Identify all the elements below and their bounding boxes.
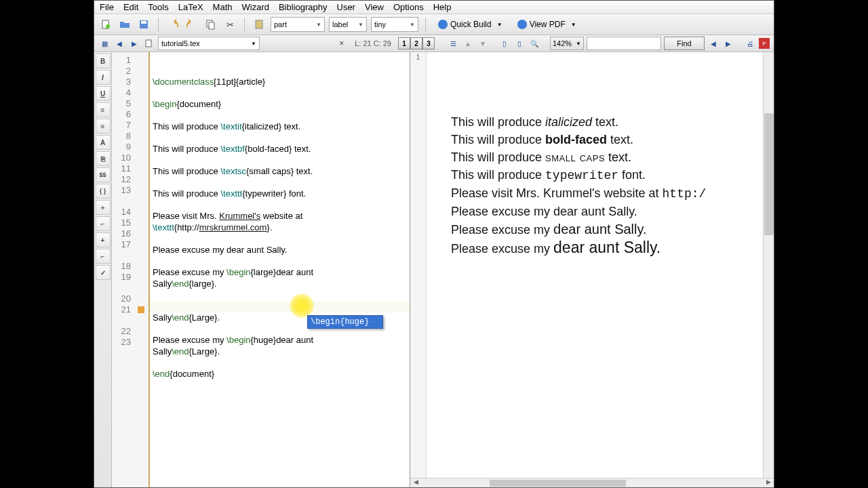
line-marker-icon — [138, 306, 144, 313]
save-button[interactable] — [136, 17, 151, 32]
menu-file[interactable]: File — [100, 2, 114, 12]
nav-prev-button[interactable]: ◀ — [113, 37, 125, 49]
menu-options[interactable]: Options — [393, 2, 424, 12]
view-pdf-button[interactable]: View PDF▼ — [512, 17, 582, 32]
find-input[interactable] — [587, 37, 661, 50]
view-mode-2[interactable]: 2 — [410, 37, 422, 49]
nav-next-button[interactable]: ▶ — [128, 37, 140, 49]
check-button[interactable]: ✓ — [96, 265, 111, 280]
scrollbar-thumb[interactable] — [764, 113, 774, 235]
view-mode-1[interactable]: 1 — [398, 37, 410, 49]
cut-button[interactable]: ✂ — [222, 17, 237, 32]
vertical-scrollbar[interactable] — [763, 52, 774, 487]
underline-button[interactable]: U — [96, 86, 111, 101]
bold-button[interactable]: B — [96, 54, 111, 68]
code-editor[interactable]: 1234 5678 9101112 131415 161718 1920 21 … — [112, 52, 410, 487]
open-file-button[interactable] — [117, 17, 132, 32]
menu-view[interactable]: View — [365, 2, 384, 12]
down-arrow-icon[interactable]: ▼ — [477, 37, 489, 49]
symbol-button[interactable]: ⌐ — [96, 249, 111, 264]
app-window: File Edit Tools LaTeX Math Wizard Biblio… — [94, 0, 774, 488]
rendered-document: This will produce italicized text. This … — [451, 113, 763, 258]
fontsize-combo[interactable]: tiny▼ — [371, 17, 418, 32]
paste-button[interactable] — [252, 17, 267, 32]
menu-bar: File Edit Tools LaTeX Math Wizard Biblio… — [94, 1, 774, 14]
cursor-position: L: 21 C: 29 — [351, 39, 395, 47]
horizontal-scrollbar[interactable]: ◀ ▶ — [410, 478, 774, 487]
scroll-right-icon[interactable]: ▶ — [763, 479, 774, 487]
menu-user[interactable]: User — [337, 2, 355, 12]
find-prev-button[interactable]: ◀ — [707, 37, 719, 49]
menu-edit[interactable]: Edit — [123, 2, 138, 12]
menu-tools[interactable]: Tools — [148, 2, 168, 12]
document-icon[interactable] — [143, 37, 155, 49]
font-button[interactable]: A — [96, 135, 111, 150]
play-icon — [438, 20, 448, 29]
structure-icon[interactable]: ▦ — [98, 37, 111, 49]
newline-button[interactable]: ⎘ — [96, 151, 111, 166]
hscrollbar-thumb[interactable] — [490, 480, 627, 487]
page-icon[interactable]: ▯ — [498, 37, 511, 49]
current-line-highlight — [150, 302, 410, 312]
view-mode-3[interactable]: 3 — [422, 37, 435, 49]
plus-button[interactable]: + — [96, 232, 111, 247]
center-align-button[interactable]: ≡ — [96, 119, 111, 134]
left-align-button[interactable]: ≡ — [96, 102, 111, 117]
menu-math[interactable]: Math — [213, 2, 233, 12]
label-combo[interactable]: label▼ — [329, 17, 367, 32]
svg-point-1 — [106, 24, 110, 28]
menu-wizard[interactable]: Wizard — [242, 2, 269, 12]
menu-latex[interactable]: LaTeX — [178, 2, 203, 12]
sectioning-combo[interactable]: part▼ — [271, 17, 325, 32]
find-button[interactable]: Find — [664, 37, 705, 50]
up-arrow-icon[interactable]: ▲ — [462, 37, 474, 49]
italic-button[interactable]: I — [96, 70, 111, 85]
secondary-toolbar: ▦ ◀ ▶ tutorial5.tex▼ × L: 21 C: 29 1 2 3… — [94, 35, 774, 52]
menu-help[interactable]: Help — [433, 2, 452, 12]
zoom-combo[interactable]: 142%▼ — [550, 37, 584, 50]
copy-button[interactable] — [203, 17, 218, 32]
scroll-left-icon[interactable]: ◀ — [410, 479, 421, 487]
braces-button[interactable]: { } — [96, 184, 111, 199]
frac-button[interactable]: ÷ — [96, 200, 111, 215]
main-area: B I U ≡ ≡ A ⎘ $$ { } ÷ ⌐ + ⌐ ✓ 1234 5678… — [94, 52, 774, 487]
toc-icon[interactable]: ☰ — [447, 37, 459, 49]
undo-button[interactable] — [165, 17, 180, 32]
file-tab[interactable]: tutorial5.tex▼ — [158, 37, 260, 50]
sqrt-button[interactable]: ⌐ — [96, 216, 111, 231]
format-sidebar: B I U ≡ ≡ A ⎘ $$ { } ÷ ⌐ + ⌐ ✓ — [94, 52, 112, 487]
page-gutter: 1 — [410, 52, 427, 487]
play-icon — [517, 20, 527, 29]
pages-icon[interactable]: ▯ — [513, 37, 526, 49]
svg-rect-6 — [256, 20, 262, 28]
print-icon[interactable]: 🖨 — [744, 37, 756, 49]
main-toolbar: ✂ part▼ label▼ tiny▼ Quick Build▼ View P… — [94, 14, 774, 35]
gutter: 1234 5678 9101112 131415 161718 1920 21 … — [112, 52, 150, 487]
redo-button[interactable] — [184, 17, 199, 32]
close-tab-button[interactable]: × — [335, 39, 348, 48]
autocomplete-popup[interactable]: \begin{huge} — [307, 315, 383, 329]
split-view-buttons: 1 2 3 — [398, 37, 435, 49]
menu-bibliography[interactable]: Bibliography — [279, 2, 328, 12]
svg-rect-5 — [209, 22, 214, 29]
pdf-icon[interactable]: P — [759, 38, 770, 49]
quick-build-button[interactable]: Quick Build▼ — [433, 17, 508, 32]
find-next-button[interactable]: ▶ — [722, 37, 734, 49]
magnify-icon[interactable]: 🔍 — [528, 37, 540, 49]
svg-rect-3 — [141, 21, 146, 24]
math-button[interactable]: $$ — [96, 167, 111, 182]
code-content[interactable]: \documentclass[11pt]{article} \begin{doc… — [150, 52, 410, 487]
pdf-preview[interactable]: 1 This will produce italicized text. Thi… — [410, 52, 774, 487]
svg-rect-7 — [146, 40, 151, 47]
new-file-button[interactable] — [98, 17, 113, 32]
